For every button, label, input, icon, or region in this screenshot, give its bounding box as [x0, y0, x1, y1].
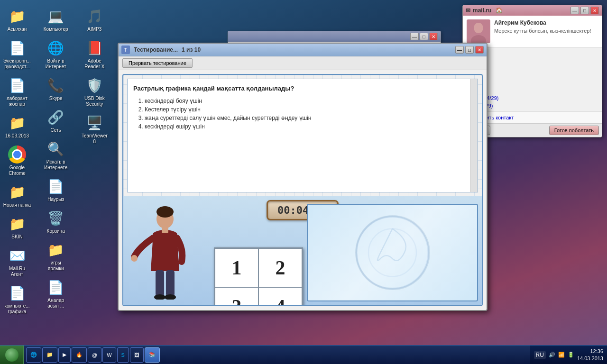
mail-minimize-button[interactable]: —	[570, 7, 579, 14]
mail-popup-controls: — □ ✕	[570, 7, 599, 14]
bg-win-maximize[interactable]: □	[420, 33, 428, 40]
taskbar-skype[interactable]: S	[117, 347, 129, 363]
tray-datetime: 12:36 14.03.2013	[577, 348, 603, 362]
svg-point-12	[368, 229, 416, 277]
mail-sender: Айгерим Кубекова	[494, 19, 591, 26]
bg-window-titlebar: — □ ✕	[228, 31, 441, 42]
svg-point-4	[156, 206, 174, 218]
taskbar-nero[interactable]: 🔥	[72, 347, 87, 363]
answer-button-4[interactable]: 4	[259, 288, 302, 306]
question-text: Растрлық графика қандай мақсатта қолданы…	[133, 85, 472, 92]
desktop-icon-asylhan[interactable]: 📁 Асылхан	[0, 5, 34, 34]
quiz-close-button[interactable]: ✕	[475, 46, 484, 54]
bg-win-close[interactable]: ✕	[429, 33, 438, 40]
desktop-icon-chrome[interactable]: GoogleChrome	[0, 143, 34, 178]
taskbar-tray: RU 🔊 📶 🔋 12:36 14.03.2013	[530, 346, 607, 364]
mail-chat-button[interactable]: Готов поболтать	[549, 126, 599, 135]
svg-point-11	[357, 217, 429, 289]
desktop-icon-usb[interactable]: 🛡️ USB DiskSecurity	[77, 74, 111, 109]
nero-icon: 🔥	[76, 352, 83, 358]
svg-point-5	[131, 255, 138, 262]
answer-buttons-section: 1 2 3 4	[209, 224, 303, 301]
media-icon: ▶	[63, 352, 66, 358]
quiz-progress-text: 1 из 10	[182, 46, 201, 53]
quiz-toolbar: Прервать тестирование	[119, 56, 487, 70]
quiz-minimize-button[interactable]: —	[455, 46, 464, 54]
quiz-title-left: T Тестирование... 1 из 10	[121, 46, 201, 54]
taskbar-explorer[interactable]: 📁	[42, 347, 57, 363]
desktop-icon-skin[interactable]: 📁 SKIN	[0, 212, 34, 242]
mail-popup-titlebar: ✉ mail.ru 🏠 — □ ✕	[463, 5, 602, 16]
desktop-icon-electron[interactable]: 📄 Электронн...руководст...	[0, 36, 34, 72]
question-scrollbar[interactable]	[470, 79, 478, 192]
svg-point-8	[154, 294, 166, 300]
answer-grid: 1 2 3 4	[214, 247, 303, 306]
desktop-icon-analyz[interactable]: 📄 Аналарасыл ...	[39, 276, 73, 311]
taskbar-media[interactable]: ▶	[58, 347, 71, 363]
language-indicator: RU	[534, 351, 546, 359]
start-button[interactable]	[0, 346, 24, 364]
quiz-window-controls: — □ ✕	[455, 46, 484, 54]
answer-item-4: кескіндерді өшіру үшін	[145, 123, 472, 130]
desktop-icon-recycle[interactable]: 🗑️ Корзина	[39, 207, 73, 236]
desktop-icon-laborant[interactable]: 📄 лаборантжоспар	[0, 74, 34, 109]
image-icon: 🖼	[134, 352, 139, 358]
desktop-icon-new-folder[interactable]: 📁 Новая папка	[0, 181, 34, 210]
mail-popup-title: ✉ mail.ru 🏠	[466, 7, 503, 14]
taskbar-quiz-active[interactable]: 📚	[145, 347, 160, 363]
tray-volume-icon[interactable]: 🔊	[549, 352, 555, 358]
answer-item-1: кескіндерді бояу үшін	[145, 98, 472, 104]
desktop-icon-internet[interactable]: 🌐 Войти вИнтернет	[39, 36, 73, 72]
quiz-right-decoration	[308, 205, 477, 300]
answer-button-2[interactable]: 2	[259, 249, 302, 287]
teacher-svg	[129, 205, 201, 300]
taskbar-items: 🌐 📁 ▶ 🔥 @ W S 🖼 📚	[24, 347, 530, 363]
svg-point-1	[474, 23, 483, 33]
home-icon: 🏠	[496, 7, 503, 14]
desktop-icon-network[interactable]: 🔗 Сеть	[39, 106, 73, 135]
start-orb-icon	[5, 348, 18, 362]
quiz-maximize-button[interactable]: □	[465, 46, 474, 54]
tray-battery-icon: 🔋	[568, 352, 574, 358]
tray-network-icon[interactable]: 📶	[558, 352, 565, 358]
explorer-icon: 📁	[46, 352, 53, 358]
taskbar-mail[interactable]: @	[88, 347, 101, 363]
answer-list: кескіндерді бояу үшін Кестелер түсіру үш…	[133, 98, 472, 130]
sender-avatar	[467, 19, 490, 43]
svg-point-9	[165, 294, 176, 300]
desktop-icon-comp-graphics[interactable]: 📄 компьюте...графика	[0, 282, 34, 317]
mail-close-button[interactable]: ✕	[590, 7, 599, 14]
taskbar-image[interactable]: 🖼	[130, 347, 144, 363]
svg-rect-6	[156, 270, 164, 296]
quiz-stop-button[interactable]: Прервать тестирование	[122, 58, 193, 68]
answer-button-1[interactable]: 1	[215, 249, 258, 287]
mail-message: Мереке кутты болсын, кыз-келiншектер!	[494, 28, 591, 34]
bg-win-minimize[interactable]: —	[410, 33, 419, 40]
answer-button-3[interactable]: 3	[215, 288, 258, 306]
taskbar-word[interactable]: W	[102, 347, 116, 363]
svg-rect-10	[162, 227, 168, 233]
taskbar-ie[interactable]: 🌐	[26, 347, 41, 363]
quiz-window-icon: T	[121, 46, 130, 54]
desktop-icon-mail-agent[interactable]: ✉️ Mail.RuАгент	[0, 244, 34, 279]
quiz-bottom-section: 00:04:39 1 2 3 4	[123, 196, 482, 305]
desktop-icon-skype[interactable]: 📞 Skype	[39, 74, 73, 103]
desktop-icon-adobe[interactable]: 📕 AdobeReader X	[77, 36, 111, 72]
mail-taskbar-icon: @	[92, 352, 97, 358]
teacher-figure	[127, 200, 203, 300]
mail-maximize-button[interactable]: □	[580, 7, 589, 14]
desktop-icons-container: 📁 Асылхан 📄 Электронн...руководст... 📄 л…	[0, 0, 114, 332]
ie-icon: 🌐	[30, 352, 37, 358]
desktop-icon-aimp[interactable]: 🎵 AIMP3	[77, 5, 111, 34]
skype-taskbar-icon: S	[121, 352, 125, 358]
mail-icon: ✉	[466, 7, 470, 14]
desktop-icon-computer[interactable]: 💻 Компьютер	[39, 5, 73, 34]
desktop-icon-games[interactable]: 📁 игрыярлыки	[39, 238, 73, 273]
desktop-icon-nauryz[interactable]: 📄 Наурыз	[39, 175, 73, 204]
desktop-icon-search[interactable]: 🔍 Искать вИнтернете	[39, 137, 73, 173]
desktop-icon-date[interactable]: 📁 16.03.2013	[0, 111, 34, 141]
quiz-right-panel	[307, 204, 478, 301]
quiz-taskbar-icon: 📚	[149, 352, 156, 358]
desktop-icon-teamviewer[interactable]: 🖥️ TeamViewer8	[77, 111, 111, 146]
answer-item-3: жаңа суреттерді салу үшін емес, дайын су…	[145, 115, 472, 121]
